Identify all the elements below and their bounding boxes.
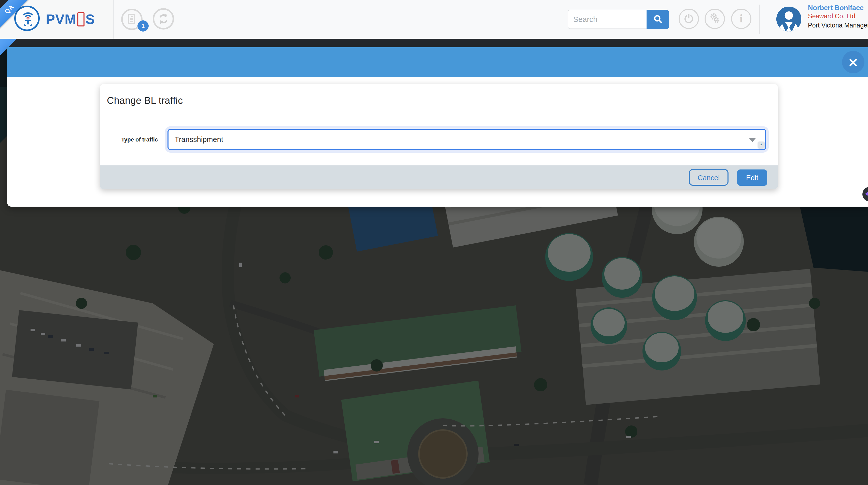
logout-button[interactable] xyxy=(679,8,699,29)
user-role: Port Victoria Manager xyxy=(808,21,868,30)
header-divider xyxy=(759,5,760,34)
required-field-marker: * xyxy=(757,141,765,149)
person-icon xyxy=(776,6,801,31)
search-button[interactable] xyxy=(647,10,669,29)
logo-text-pvm: PVM xyxy=(46,11,76,27)
search-input[interactable] xyxy=(568,10,647,29)
type-of-traffic-combobox: * xyxy=(167,129,766,150)
search-icon xyxy=(653,14,662,24)
logo-letter-i: I xyxy=(78,12,85,26)
user-company: Seaward Co. Ltd xyxy=(808,12,868,21)
refresh-button[interactable] xyxy=(153,8,174,30)
type-of-traffic-input[interactable] xyxy=(167,129,766,150)
dialog-header-bar: × xyxy=(7,47,868,77)
modal-footer: Cancel Edit xyxy=(100,165,778,189)
notification-count-badge[interactable]: 1 xyxy=(137,20,149,32)
dimmed-backdrop-strip xyxy=(0,39,868,47)
type-of-traffic-row: Type of traffic * xyxy=(100,129,778,151)
settings-button[interactable] xyxy=(705,8,725,29)
top-header: PVMIS 1 xyxy=(0,0,868,39)
gears-icon xyxy=(708,12,721,25)
document-icon xyxy=(128,13,135,24)
logo-text-s: S xyxy=(86,11,95,27)
application-window: × Change BL traffic Type of traffic * Ca… xyxy=(0,0,868,485)
user-avatar[interactable] xyxy=(776,6,801,31)
cancel-button[interactable]: Cancel xyxy=(689,169,728,186)
qa-ribbon-label: QA xyxy=(3,3,15,15)
modal-title: Change BL traffic xyxy=(107,95,183,106)
arrow-left-icon xyxy=(865,191,868,196)
edit-button[interactable]: Edit xyxy=(737,169,767,186)
text-cursor xyxy=(179,134,179,145)
type-of-traffic-label: Type of traffic xyxy=(108,129,158,151)
change-bl-traffic-modal: Change BL traffic Type of traffic * Canc… xyxy=(100,84,778,189)
user-menu[interactable]: Norbert Boniface Seaward Co. Ltd Port Vi… xyxy=(808,4,868,35)
close-dialog-button[interactable]: × xyxy=(842,51,864,73)
user-name: Norbert Boniface xyxy=(808,4,868,12)
info-button[interactable]: i xyxy=(731,8,751,29)
power-icon xyxy=(683,13,694,24)
app-title: PVMIS xyxy=(46,0,95,39)
global-search xyxy=(568,10,647,29)
dropdown-arrow-icon[interactable] xyxy=(749,138,756,142)
